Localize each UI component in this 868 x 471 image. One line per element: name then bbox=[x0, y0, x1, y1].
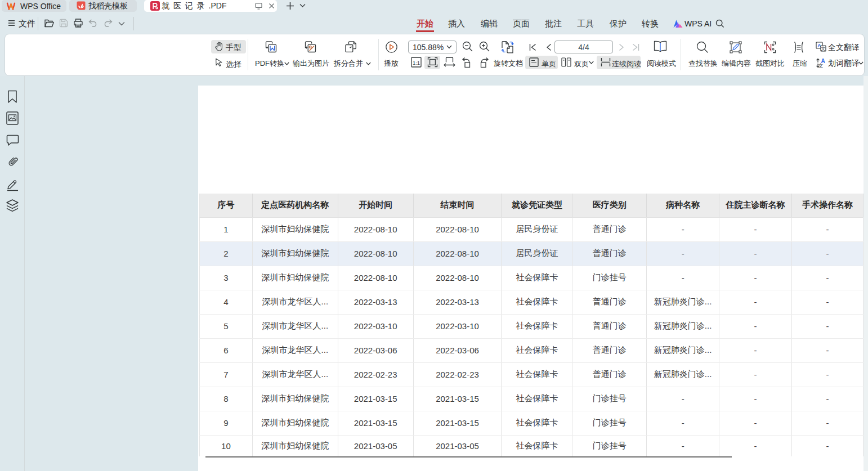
svg-text:文: 文 bbox=[821, 46, 826, 51]
svg-text:1:1: 1:1 bbox=[413, 60, 420, 66]
svg-text:文: 文 bbox=[818, 63, 824, 69]
